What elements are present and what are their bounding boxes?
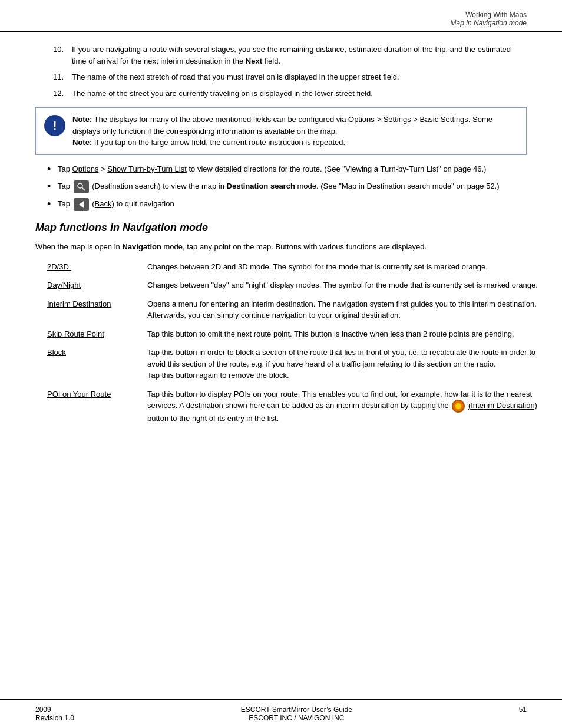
header-line1: Working With Maps (35, 11, 527, 19)
footer-company: ESCORT INC / NAVIGON INC (241, 714, 352, 722)
term-block: Block (47, 347, 147, 358)
main-content: 10. If you are navigating a route with s… (0, 32, 562, 699)
def-row-poi: POI on Your Route Tap this button to dis… (47, 388, 538, 424)
term-2d3d: 2D/3D: (47, 261, 147, 273)
desc-poi: Tap this button to display POIs on your … (147, 388, 538, 424)
note-text-1: Note: The displays for many of the above… (72, 115, 492, 147)
def-row-block: Block Tap this button in order to block … (47, 347, 538, 381)
header-line2: Map in Navigation mode (35, 19, 527, 27)
item-text: If you are navigating a route with sever… (72, 44, 527, 67)
desc-2d3d: Changes between 2D and 3D mode. The symb… (147, 261, 538, 273)
list-item: • Tap Options > Show Turn-by-Turn List t… (47, 163, 527, 176)
bullet-text: Tap (Destination search) to view the map… (58, 180, 527, 193)
info-icon: ! (44, 115, 65, 136)
back-icon (74, 198, 89, 211)
bullet-text: Tap Options > Show Turn-by-Turn List to … (58, 163, 527, 175)
section-intro: When the map is open in Navigation mode,… (35, 241, 527, 253)
bullet-list: • Tap Options > Show Turn-by-Turn List t… (47, 163, 527, 212)
page: Working With Maps Map in Navigation mode… (0, 0, 562, 728)
page-header: Working With Maps Map in Navigation mode (0, 0, 562, 32)
desc-block: Tap this button in order to block a sect… (147, 347, 538, 381)
page-footer: 2009 Revision 1.0 ESCORT SmartMirror Use… (0, 699, 562, 728)
item-text: The name of the next stretch of road tha… (72, 71, 527, 83)
destination-search-icon (74, 180, 89, 193)
section-title: Map functions in Navigation mode (35, 222, 527, 234)
bullet-dot: • (47, 180, 58, 193)
footer-year: 2009 (35, 706, 74, 714)
definition-table: 2D/3D: Changes between 2D and 3D mode. T… (47, 261, 538, 424)
def-row-interim: Interim Destination Opens a menu for ent… (47, 298, 538, 321)
def-row-2d3d: 2D/3D: Changes between 2D and 3D mode. T… (47, 261, 538, 273)
note-box: ! Note: The displays for many of the abo… (35, 107, 527, 155)
footer-revision: Revision 1.0 (35, 714, 74, 722)
item-number: 12. (53, 88, 72, 100)
bullet-dot: • (47, 198, 58, 211)
desc-interim: Opens a menu for entering an interim des… (147, 298, 538, 321)
term-skiproute: Skip Route Point (47, 328, 147, 340)
svg-marker-2 (79, 201, 84, 208)
footer-center: ESCORT SmartMirror User’s Guide ESCORT I… (241, 706, 352, 722)
orange-circle-inner (455, 403, 462, 410)
term-daynight: Day/Night (47, 279, 147, 291)
note-content: Note: The displays for many of the above… (72, 114, 518, 149)
footer-guide-title: ESCORT SmartMirror User’s Guide (241, 706, 352, 714)
list-item: • Tap (Back) to quit navigation (47, 198, 527, 211)
desc-daynight: Changes between "day" and "night" displa… (147, 279, 538, 291)
desc-skiproute: Tap this button to omit the next route p… (147, 328, 538, 340)
item-number: 10. (53, 44, 72, 67)
bullet-dot: • (47, 163, 58, 176)
list-item: • Tap (Destination search) to view the m… (47, 180, 527, 193)
orange-interim-icon (452, 400, 465, 413)
list-item: 12. The name of the street you are curre… (53, 88, 527, 100)
def-row-skiproute: Skip Route Point Tap this button to omit… (47, 328, 538, 340)
item-text: The name of the street you are currently… (72, 88, 527, 100)
def-row-daynight: Day/Night Changes between "day" and "nig… (47, 279, 538, 291)
svg-line-1 (82, 187, 85, 190)
item-number: 11. (53, 71, 72, 83)
bullet-text: Tap (Back) to quit navigation (58, 198, 527, 211)
footer-left: 2009 Revision 1.0 (35, 706, 74, 722)
list-item: 10. If you are navigating a route with s… (53, 44, 527, 67)
term-interim: Interim Destination (47, 298, 147, 310)
numbered-list: 10. If you are navigating a route with s… (53, 44, 527, 99)
svg-point-0 (78, 183, 82, 188)
list-item: 11. The name of the next stretch of road… (53, 71, 527, 83)
footer-page-number: 51 (519, 706, 527, 722)
term-poi: POI on Your Route (47, 388, 147, 400)
